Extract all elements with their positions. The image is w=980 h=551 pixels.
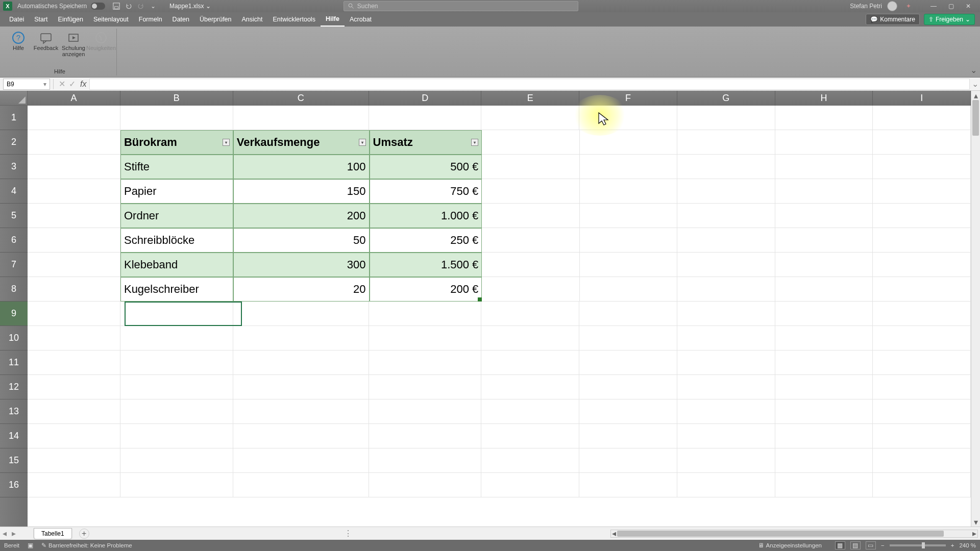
tab-formeln[interactable]: Formeln xyxy=(134,12,167,27)
cell-D1[interactable] xyxy=(369,106,481,130)
cell-F9[interactable] xyxy=(579,302,677,326)
cell-F5[interactable] xyxy=(580,204,678,228)
cell-I15[interactable] xyxy=(873,448,971,473)
filter-icon[interactable]: ▾ xyxy=(359,139,366,146)
cell-C8[interactable]: 20 xyxy=(233,277,370,302)
cell-G16[interactable] xyxy=(677,473,775,497)
col-header-A[interactable]: A xyxy=(28,91,120,106)
cancel-formula-icon[interactable]: ✕ xyxy=(57,79,67,89)
cell-A12[interactable] xyxy=(28,375,120,399)
cell-B3[interactable]: Stifte xyxy=(120,155,233,179)
ribbon-feedback-button[interactable]: Feedback xyxy=(33,29,59,57)
row-header-6[interactable]: 6 xyxy=(0,228,28,253)
cell-F14[interactable] xyxy=(579,424,677,448)
cell-E13[interactable] xyxy=(481,399,579,424)
row-header-16[interactable]: 16 xyxy=(0,473,28,497)
cell-E16[interactable] xyxy=(481,473,579,497)
cell-I2[interactable] xyxy=(873,130,971,155)
view-page-layout-icon[interactable]: ▤ xyxy=(850,541,861,549)
filter-icon[interactable]: ▾ xyxy=(223,139,230,146)
col-header-F[interactable]: F xyxy=(579,91,677,106)
cell-F8[interactable] xyxy=(580,277,678,302)
cell-D11[interactable] xyxy=(369,350,481,375)
cell-E5[interactable] xyxy=(482,204,580,228)
row-header-13[interactable]: 13 xyxy=(0,399,28,424)
sheet-next-icon[interactable]: ▸ xyxy=(9,527,18,540)
cell-B1[interactable] xyxy=(120,106,233,130)
cell-E6[interactable] xyxy=(482,228,580,253)
hscroll-thumb[interactable] xyxy=(617,531,944,537)
cell-I5[interactable] xyxy=(873,204,971,228)
cell-G15[interactable] xyxy=(677,448,775,473)
ribbon-help-button[interactable]: ?Hilfe xyxy=(5,29,32,57)
cell-D6[interactable]: 250 € xyxy=(370,228,482,253)
cell-C5[interactable]: 200 xyxy=(233,204,370,228)
cell-D10[interactable] xyxy=(369,326,481,350)
save-icon[interactable] xyxy=(112,2,121,11)
cell-H5[interactable] xyxy=(775,204,873,228)
cell-E3[interactable] xyxy=(482,155,580,179)
cell-H4[interactable] xyxy=(775,179,873,204)
expand-formula-icon[interactable]: ⌄ xyxy=(970,79,980,89)
cell-A16[interactable] xyxy=(28,473,120,497)
sheet-prev-icon[interactable]: ◂ xyxy=(0,527,9,540)
cell-G14[interactable] xyxy=(677,424,775,448)
tab-ansicht[interactable]: Ansicht xyxy=(237,12,268,27)
row-header-7[interactable]: 7 xyxy=(0,253,28,277)
select-all-corner[interactable] xyxy=(0,91,28,106)
cell-B16[interactable] xyxy=(120,473,233,497)
cell-A10[interactable] xyxy=(28,326,120,350)
zoom-level[interactable]: 240 % xyxy=(959,542,976,548)
redo-icon[interactable] xyxy=(136,2,145,11)
cell-F3[interactable] xyxy=(580,155,678,179)
zoom-slider[interactable] xyxy=(890,544,946,546)
cell-F13[interactable] xyxy=(579,399,677,424)
cell-I8[interactable] xyxy=(873,277,971,302)
formula-input[interactable] xyxy=(89,79,970,90)
cell-D9[interactable] xyxy=(369,302,481,326)
cell-F11[interactable] xyxy=(579,350,677,375)
cell-H10[interactable] xyxy=(775,326,873,350)
autosave-toggle[interactable] xyxy=(91,3,105,10)
view-normal-icon[interactable]: ▦ xyxy=(835,541,845,549)
tab-acrobat[interactable]: Acrobat xyxy=(345,12,377,27)
cell-I10[interactable] xyxy=(873,326,971,350)
cell-B7[interactable]: Klebeband xyxy=(120,253,233,277)
cell-F1[interactable] xyxy=(579,106,677,130)
accept-formula-icon[interactable]: ✓ xyxy=(67,79,77,89)
cell-B9[interactable] xyxy=(120,302,233,326)
display-settings[interactable]: 🖥 Anzeigeeinstellungen xyxy=(758,542,822,548)
cell-A14[interactable] xyxy=(28,424,120,448)
cell-F15[interactable] xyxy=(579,448,677,473)
cell-I12[interactable] xyxy=(873,375,971,399)
macro-record-icon[interactable]: ▣ xyxy=(28,542,33,549)
cell-G11[interactable] xyxy=(677,350,775,375)
sheet-tab[interactable]: Tabelle1 xyxy=(34,528,72,539)
cell-H12[interactable] xyxy=(775,375,873,399)
scroll-thumb[interactable] xyxy=(972,100,979,136)
cell-E9[interactable] xyxy=(481,302,579,326)
cell-D2[interactable]: Umsatz▾ xyxy=(370,130,482,155)
cell-D8[interactable]: 200 € xyxy=(370,277,482,302)
close-icon[interactable]: ✕ xyxy=(960,0,977,12)
cell-G1[interactable] xyxy=(677,106,775,130)
cell-H8[interactable] xyxy=(775,277,873,302)
add-sheet-button[interactable]: + xyxy=(79,529,89,539)
row-header-4[interactable]: 4 xyxy=(0,179,28,204)
cell-E4[interactable] xyxy=(482,179,580,204)
cell-I7[interactable] xyxy=(873,253,971,277)
sync-icon[interactable]: ✦ xyxy=(904,2,913,11)
scroll-up-icon[interactable]: ▴ xyxy=(971,91,980,100)
row-header-12[interactable]: 12 xyxy=(0,375,28,399)
fx-icon[interactable]: fx xyxy=(80,80,86,89)
col-header-I[interactable]: I xyxy=(873,91,971,106)
cell-H6[interactable] xyxy=(775,228,873,253)
col-header-D[interactable]: D xyxy=(369,91,481,106)
cell-G6[interactable] xyxy=(677,228,775,253)
cell-C12[interactable] xyxy=(233,375,369,399)
cell-C14[interactable] xyxy=(233,424,369,448)
zoom-out-icon[interactable]: − xyxy=(881,542,885,548)
cell-D12[interactable] xyxy=(369,375,481,399)
spreadsheet-grid[interactable]: ABCDEFGHI 12345678910111213141516 Bürokr… xyxy=(0,91,980,527)
cell-A15[interactable] xyxy=(28,448,120,473)
